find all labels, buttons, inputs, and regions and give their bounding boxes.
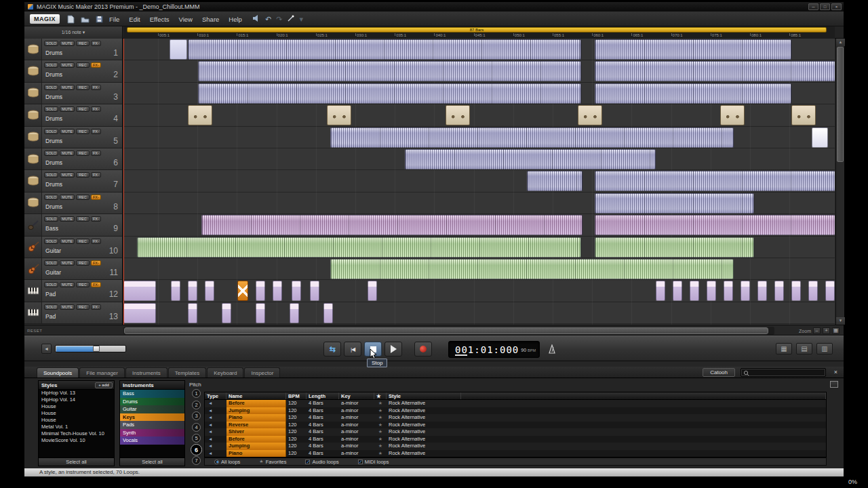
track-fx-button[interactable]: FX- xyxy=(91,150,101,156)
loop-play-icon[interactable]: ◄ xyxy=(205,407,226,415)
pitch-button-5[interactable]: 5 xyxy=(192,434,201,443)
minimize-button[interactable]: ─ xyxy=(808,3,818,10)
track-header[interactable]: SOLOMUTERECFX-Drums7 xyxy=(24,170,123,192)
note-value-dropdown[interactable]: 1/16 note ▾ xyxy=(24,26,123,39)
track-solo-button[interactable]: SOLO xyxy=(44,282,58,287)
zoom-in-button[interactable]: + xyxy=(823,327,830,334)
style-item[interactable]: HipHop Vol. 13 xyxy=(39,390,114,396)
search-box[interactable] xyxy=(741,368,826,377)
track-solo-button[interactable]: SOLO xyxy=(44,106,58,112)
loop-play-icon[interactable]: ◄ xyxy=(205,436,226,443)
loop-play-icon[interactable]: ◄ xyxy=(205,450,226,458)
loop-row[interactable]: ◄Shiver1204 Barsa-minor★Rock Alternative xyxy=(205,428,826,436)
track-solo-button[interactable]: SOLO xyxy=(44,172,58,178)
mixer-view-button[interactable]: ▥ xyxy=(816,343,833,354)
audio-clip[interactable] xyxy=(707,281,716,301)
skip-to-start-button[interactable]: |◀ xyxy=(344,342,361,357)
track-solo-button[interactable]: SOLO xyxy=(44,129,58,134)
filter-favorites[interactable]: ★Favorites xyxy=(259,459,286,465)
wand-icon[interactable] xyxy=(287,15,294,24)
audio-clip[interactable] xyxy=(812,127,828,148)
pitch-button-6[interactable]: 6 xyxy=(191,444,202,455)
track-fx-button[interactable]: FX- xyxy=(91,239,101,244)
maximize-button[interactable]: □ xyxy=(820,3,830,10)
loop-favorite-star[interactable]: ★ xyxy=(374,428,387,436)
magix-logo-button[interactable]: MAGIX xyxy=(30,14,60,24)
audio-clip[interactable] xyxy=(292,281,301,301)
style-item[interactable]: House xyxy=(39,417,114,424)
grid-view-button[interactable]: ▦ xyxy=(776,343,792,354)
track-fx-button[interactable]: FX- xyxy=(91,304,101,310)
pitch-button-7[interactable]: 7 xyxy=(192,456,201,465)
track-fx-button[interactable]: FX- xyxy=(91,62,101,68)
audio-clip[interactable] xyxy=(188,281,197,301)
instrument-item-guitar[interactable]: Guitar xyxy=(120,405,184,413)
track-mute-button[interactable]: MUTE xyxy=(60,282,75,287)
catooh-button[interactable]: Catooh xyxy=(703,368,735,377)
loop-row[interactable]: ◄Piano1204 Barsa-minor★Rock Alternative xyxy=(205,450,826,458)
vertical-scrollbar[interactable]: ▲ ▼ xyxy=(835,39,844,325)
track-fx-button[interactable]: FX- xyxy=(91,41,101,46)
track-mute-button[interactable]: MUTE xyxy=(60,62,75,68)
toolbar-more-icon[interactable]: ▾ xyxy=(299,15,303,24)
list-view-button[interactable]: ▤ xyxy=(796,343,812,354)
loop-row[interactable]: ◄Jumping1204 Barsa-minor★Rock Alternativ… xyxy=(205,443,826,450)
filter-all-loops[interactable]: All loops xyxy=(214,459,240,465)
audio-clip[interactable] xyxy=(123,281,156,301)
audio-clip[interactable] xyxy=(188,105,212,125)
loop-play-icon[interactable]: ◄ xyxy=(205,428,226,436)
play-button[interactable] xyxy=(384,342,402,357)
style-item[interactable]: MovieScore Vol. 10 xyxy=(39,437,114,444)
loop-row[interactable]: ◄Piano1204 Barsa-minor★Rock Alternative xyxy=(205,414,826,422)
loop-row[interactable]: ◄Before1204 Barsa-minor★Rock Alternative xyxy=(205,436,826,443)
audio-clip[interactable] xyxy=(256,281,265,301)
audio-clip[interactable] xyxy=(205,281,214,301)
track-fx-button[interactable]: FX- xyxy=(91,172,101,178)
audio-clip[interactable] xyxy=(201,215,583,235)
track-solo-button[interactable]: SOLO xyxy=(44,260,58,266)
loop-favorite-star[interactable]: ★ xyxy=(374,436,387,443)
tab-instruments[interactable]: Instruments xyxy=(125,367,167,378)
record-button[interactable] xyxy=(414,342,432,357)
track-header[interactable]: SOLOMUTERECFX-Drums1 xyxy=(24,39,123,60)
track-solo-button[interactable]: SOLO xyxy=(44,195,58,200)
new-project-icon[interactable] xyxy=(65,14,76,24)
zoom-preset-button[interactable]: ▦ xyxy=(832,327,840,334)
redo-icon[interactable]: ↷ xyxy=(276,15,282,24)
instrument-item-pads[interactable]: Pads xyxy=(120,421,184,429)
track-fx-button[interactable]: FX- xyxy=(91,85,101,90)
save-icon[interactable] xyxy=(94,14,104,24)
pitch-button-3[interactable]: 3 xyxy=(192,411,201,420)
track-mute-button[interactable]: MUTE xyxy=(60,304,75,310)
audio-clip[interactable] xyxy=(595,193,754,214)
pitch-button-1[interactable]: 1 xyxy=(192,389,201,398)
track-header[interactable]: SOLOMUTERECFX-Drums8 xyxy=(24,192,123,214)
track-rec-button[interactable]: REC xyxy=(76,172,90,178)
audio-clip[interactable] xyxy=(527,171,583,191)
track-mute-button[interactable]: MUTE xyxy=(60,41,75,46)
loop-favorite-star[interactable]: ★ xyxy=(374,414,387,422)
audio-clip[interactable] xyxy=(137,237,581,258)
track-rec-button[interactable]: REC xyxy=(76,150,90,156)
menu-view[interactable]: View xyxy=(174,14,197,25)
pitch-button-2[interactable]: 2 xyxy=(192,401,201,409)
loop-play-icon[interactable]: ◄ xyxy=(205,400,226,407)
audio-clip[interactable] xyxy=(673,281,682,301)
track-mute-button[interactable]: MUTE xyxy=(60,195,75,200)
style-item[interactable]: Minimal Tech-House Vol. 10 xyxy=(39,430,114,437)
audio-clip[interactable] xyxy=(188,39,581,60)
instruments-select-all-button[interactable]: Select all xyxy=(120,458,184,466)
audio-clip[interactable] xyxy=(446,105,470,125)
horizontal-scrollbar[interactable] xyxy=(123,327,774,335)
track-header[interactable]: SOLOMUTERECFX-Pad12 xyxy=(24,280,123,302)
loop-play-icon[interactable]: ◄ xyxy=(205,443,226,450)
menu-effects[interactable]: Effects xyxy=(145,14,174,25)
track-solo-button[interactable]: SOLO xyxy=(44,85,58,90)
track-header[interactable]: SOLOMUTERECFX-Guitar10 xyxy=(24,237,123,258)
metronome-icon[interactable] xyxy=(547,343,557,355)
position-slider-knob[interactable] xyxy=(93,346,100,352)
audio-clip[interactable] xyxy=(123,303,156,323)
audio-clip[interactable] xyxy=(290,303,299,323)
loop-play-icon[interactable]: ◄ xyxy=(205,422,226,429)
audio-clip[interactable] xyxy=(595,39,791,60)
